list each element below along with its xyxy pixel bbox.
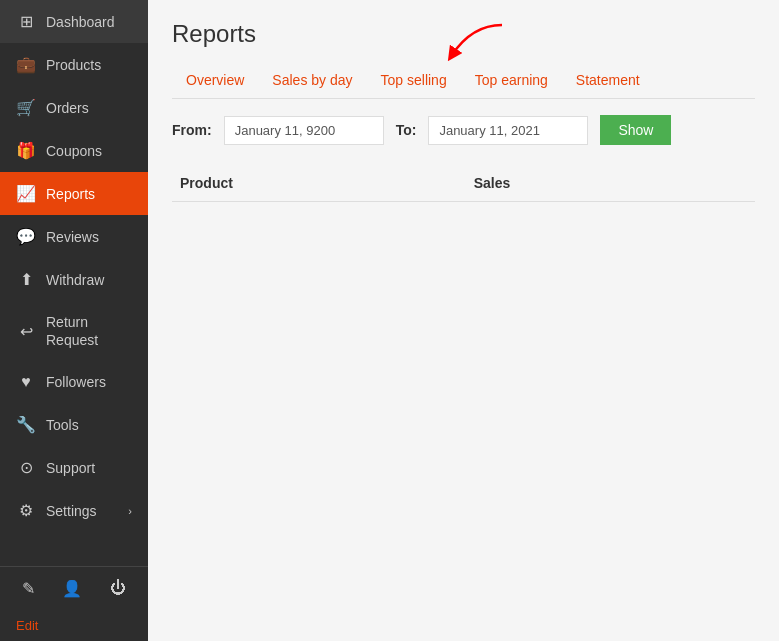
settings-icon: ⚙	[16, 501, 36, 520]
tab-sales-by-day[interactable]: Sales by day	[258, 64, 366, 98]
sidebar-item-label: Followers	[46, 374, 106, 390]
sidebar-item-label: Coupons	[46, 143, 102, 159]
date-filter: From: To: Show	[172, 115, 755, 145]
sidebar-item-label: Dashboard	[46, 14, 115, 30]
sidebar-item-label: Tools	[46, 417, 79, 433]
from-label: From:	[172, 122, 212, 138]
to-label: To:	[396, 122, 417, 138]
sidebar-item-label: Reviews	[46, 229, 99, 245]
coupons-icon: 🎁	[16, 141, 36, 160]
sidebar-item-followers[interactable]: ♥ Followers	[0, 361, 148, 403]
support-icon: ⊙	[16, 458, 36, 477]
sidebar-item-support[interactable]: ⊙ Support	[0, 446, 148, 489]
col-product: Product	[172, 165, 434, 202]
sidebar-item-dashboard[interactable]: ⊞ Dashboard	[0, 0, 148, 43]
report-table: Product Sales	[172, 165, 755, 202]
settings-chevron-icon: ›	[128, 505, 132, 517]
tab-overview[interactable]: Overview	[172, 64, 258, 98]
sidebar-item-tools[interactable]: 🔧 Tools	[0, 403, 148, 446]
power-icon[interactable]: ⏻	[110, 579, 126, 598]
tools-icon: 🔧	[16, 415, 36, 434]
page-title: Reports	[172, 20, 755, 48]
sidebar-bottom: ✎ 👤 ⏻ Edit	[0, 566, 148, 641]
reports-icon: 📈	[16, 184, 36, 203]
dashboard-icon: ⊞	[16, 12, 36, 31]
tab-statement[interactable]: Statement	[562, 64, 654, 98]
sidebar-item-label: Return Request	[46, 313, 132, 349]
show-button[interactable]: Show	[600, 115, 671, 145]
reviews-icon: 💬	[16, 227, 36, 246]
from-date-input[interactable]	[224, 116, 384, 145]
sidebar-item-return-request[interactable]: ↩ Return Request	[0, 301, 148, 361]
sidebar-item-label: Settings	[46, 503, 97, 519]
sidebar-item-label: Reports	[46, 186, 95, 202]
sidebar-edit-link[interactable]: Edit	[0, 610, 148, 641]
tab-top-earning[interactable]: Top earning	[461, 64, 562, 98]
sidebar-item-label: Products	[46, 57, 101, 73]
withdraw-icon: ⬆	[16, 270, 36, 289]
user-icon[interactable]: 👤	[62, 579, 82, 598]
sidebar-item-label: Orders	[46, 100, 89, 116]
sidebar-item-settings[interactable]: ⚙ Settings ›	[0, 489, 148, 532]
col-sales: Sales	[434, 165, 755, 202]
external-link-icon[interactable]: ✎	[22, 579, 35, 598]
sidebar-bottom-icons: ✎ 👤 ⏻	[0, 567, 148, 610]
tabs: Overview Sales by day Top selling Top ea…	[172, 64, 755, 99]
sidebar-item-label: Withdraw	[46, 272, 104, 288]
sidebar-item-coupons[interactable]: 🎁 Coupons	[0, 129, 148, 172]
sidebar-item-reviews[interactable]: 💬 Reviews	[0, 215, 148, 258]
orders-icon: 🛒	[16, 98, 36, 117]
sidebar-item-orders[interactable]: 🛒 Orders	[0, 86, 148, 129]
main-content: Reports Overview Sales by day Top sellin…	[148, 0, 779, 641]
sidebar-item-label: Support	[46, 460, 95, 476]
to-date-input[interactable]	[428, 116, 588, 145]
sidebar-item-withdraw[interactable]: ⬆ Withdraw	[0, 258, 148, 301]
return-icon: ↩	[16, 322, 36, 341]
tab-top-selling[interactable]: Top selling	[367, 64, 461, 98]
sidebar-item-products[interactable]: 💼 Products	[0, 43, 148, 86]
products-icon: 💼	[16, 55, 36, 74]
sidebar-item-reports[interactable]: 📈 Reports	[0, 172, 148, 215]
followers-icon: ♥	[16, 373, 36, 391]
sidebar: ⊞ Dashboard 💼 Products 🛒 Orders 🎁 Coupon…	[0, 0, 148, 641]
